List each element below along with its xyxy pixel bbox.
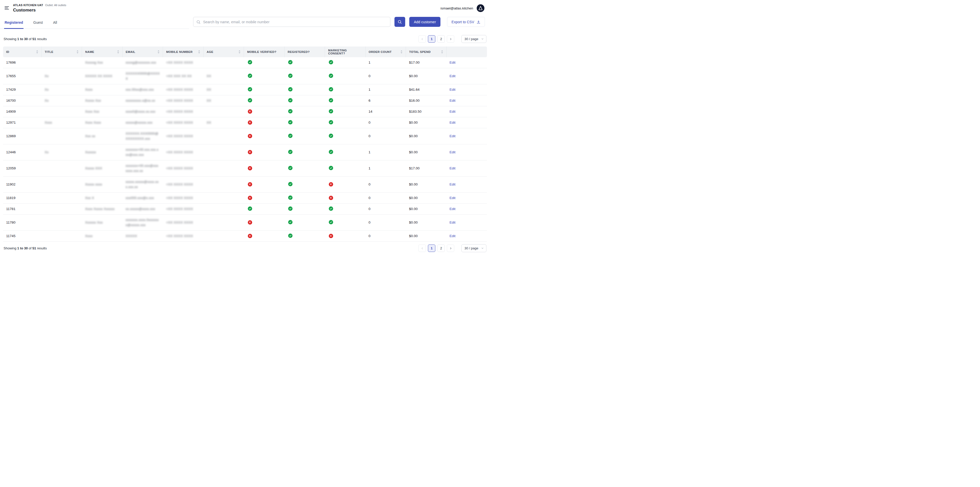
cell-age bbox=[204, 193, 244, 204]
sort-icon[interactable] bbox=[158, 50, 160, 54]
cell-name: Xxxxxx Xxx bbox=[82, 215, 123, 231]
cell-email: xxxxxxx.xxxx.0xxxxxxx@xxxxx.xxx bbox=[123, 215, 163, 231]
tab-all[interactable]: All bbox=[52, 17, 58, 29]
edit-link[interactable]: Edit bbox=[449, 99, 455, 102]
check-circle-icon bbox=[329, 109, 333, 113]
check-circle-icon bbox=[329, 220, 333, 224]
edit-link[interactable]: Edit bbox=[449, 88, 455, 91]
edit-link[interactable]: Edit bbox=[449, 234, 455, 238]
page-size-select[interactable]: 30 / page bbox=[461, 35, 487, 43]
table-row: 11781Xxxx Xxxxx Xxxxxxxx.xxxxx@xxxx.xxx+… bbox=[3, 204, 487, 215]
edit-link[interactable]: Edit bbox=[449, 207, 455, 211]
edit-link[interactable]: Edit bbox=[449, 182, 455, 186]
cell-mobile_verified bbox=[244, 68, 285, 84]
cell-title bbox=[41, 204, 82, 215]
chevron-left-icon bbox=[421, 38, 424, 41]
page-button-2[interactable]: 2 bbox=[438, 35, 445, 43]
cell-age: XX bbox=[204, 84, 244, 95]
search-submit-icon bbox=[398, 20, 402, 24]
cell-id: 17429 bbox=[3, 84, 41, 95]
cell-text: +XX XXX XX XX bbox=[166, 74, 192, 78]
cell-name: Xxxxxg Xxx bbox=[82, 57, 123, 68]
table-row: 16700XxXxxxx Xxxxxxxxxxxx.x@xx.xx+XX XXX… bbox=[3, 95, 487, 106]
next-page-button[interactable] bbox=[447, 35, 454, 43]
cell-name: Xxxx Xxxxx Xxxxxx bbox=[82, 204, 123, 215]
cell-marketing_consent bbox=[325, 177, 366, 193]
cell-name: Xxxx Xxx bbox=[82, 106, 123, 117]
check-circle-icon bbox=[288, 120, 293, 124]
cell-text: 12446 bbox=[6, 150, 16, 154]
page-size-select[interactable]: 30 / page bbox=[461, 244, 487, 252]
column-header-email[interactable]: EMAIL bbox=[123, 46, 163, 57]
edit-link[interactable]: Edit bbox=[449, 196, 455, 200]
column-header-age[interactable]: AGE bbox=[204, 46, 244, 57]
cell-name: Xxxx bbox=[82, 84, 123, 95]
next-page-button[interactable] bbox=[447, 245, 454, 252]
cell-actions: Edit bbox=[446, 117, 487, 128]
cross-circle-icon bbox=[248, 166, 252, 170]
sort-icon[interactable] bbox=[198, 50, 200, 54]
edit-link[interactable]: Edit bbox=[449, 166, 455, 170]
menu-button[interactable] bbox=[4, 4, 10, 12]
sort-icon[interactable] bbox=[117, 50, 119, 54]
cell-total_spend: $17.00 bbox=[406, 57, 447, 68]
cell-text: $0.00 bbox=[409, 196, 418, 200]
sort-icon[interactable] bbox=[441, 50, 443, 54]
edit-link[interactable]: Edit bbox=[449, 60, 455, 64]
tab-guest[interactable]: Guest bbox=[33, 17, 43, 29]
cross-circle-icon bbox=[248, 134, 252, 138]
cell-mobile: +XX XXXX XXXX bbox=[163, 215, 204, 231]
cell-name: Xxx X bbox=[82, 193, 123, 204]
edit-link[interactable]: Edit bbox=[449, 221, 455, 224]
cell-text: xx.xxxxx@xxxx.xxx bbox=[126, 207, 155, 211]
cell-order_count: 0 bbox=[365, 215, 406, 231]
cell-actions: Edit bbox=[446, 231, 487, 242]
search-button[interactable] bbox=[395, 17, 405, 27]
column-header-title[interactable]: TITLE bbox=[41, 46, 82, 57]
cell-id: 12869 bbox=[3, 128, 41, 144]
sort-icon[interactable] bbox=[76, 50, 79, 54]
list-controls-top: Showing 1 to 30 of 51 results 1 2 30 / p… bbox=[0, 35, 490, 43]
column-header-name[interactable]: NAME bbox=[82, 46, 123, 57]
column-header-total_spend[interactable]: TOTAL SPEND bbox=[406, 46, 447, 57]
chevron-right-icon bbox=[449, 247, 452, 250]
avatar[interactable] bbox=[477, 4, 484, 12]
edit-link[interactable]: Edit bbox=[449, 110, 455, 113]
prev-page-button[interactable] bbox=[418, 245, 426, 252]
check-circle-icon bbox=[329, 150, 333, 154]
cell-text: 16700 bbox=[6, 99, 16, 102]
check-circle-icon bbox=[288, 73, 293, 78]
column-header-order_count[interactable]: ORDER COUNT bbox=[365, 46, 406, 57]
check-circle-icon bbox=[248, 87, 252, 91]
page-button-1[interactable]: 1 bbox=[428, 245, 435, 252]
check-circle-icon bbox=[288, 220, 293, 224]
prev-page-button[interactable] bbox=[418, 35, 426, 43]
table-row: 17696Xxxxxg Xxxxxxxg@xxxxxxx.xxx+XX XXXX… bbox=[3, 57, 487, 68]
edit-link[interactable]: Edit bbox=[449, 150, 455, 154]
edit-link[interactable]: Edit bbox=[449, 121, 455, 124]
sort-icon[interactable] bbox=[36, 50, 38, 54]
page-button-1[interactable]: 1 bbox=[428, 35, 435, 43]
column-label: MARKETING CONSENT? bbox=[328, 49, 362, 55]
sort-icon[interactable] bbox=[400, 50, 402, 54]
cell-age bbox=[204, 231, 244, 242]
sort-icon[interactable] bbox=[239, 50, 241, 54]
edit-link[interactable]: Edit bbox=[449, 74, 455, 78]
cell-age bbox=[204, 204, 244, 215]
edit-link[interactable]: Edit bbox=[449, 134, 455, 138]
cell-text: XX bbox=[207, 74, 211, 78]
cell-text: +XX XXXX XXXX bbox=[166, 88, 193, 91]
export-csv-button[interactable]: Export to CSV bbox=[447, 17, 485, 27]
cell-text: +XX XXXX XXXX bbox=[166, 134, 193, 138]
tab-registered[interactable]: Registered bbox=[4, 17, 24, 29]
cell-text: XX bbox=[207, 88, 211, 91]
cell-id: 14909 bbox=[3, 106, 41, 117]
page-button-2[interactable]: 2 bbox=[438, 245, 445, 252]
add-customer-button[interactable]: Add customer bbox=[409, 17, 441, 27]
chevron-down-icon bbox=[481, 247, 484, 250]
column-header-mobile[interactable]: MOBILE NUMBER bbox=[163, 46, 204, 57]
cell-text: 11780 bbox=[6, 221, 16, 224]
column-header-id[interactable]: ID bbox=[3, 46, 41, 57]
cell-registered bbox=[284, 215, 325, 231]
search-input[interactable] bbox=[193, 17, 390, 27]
